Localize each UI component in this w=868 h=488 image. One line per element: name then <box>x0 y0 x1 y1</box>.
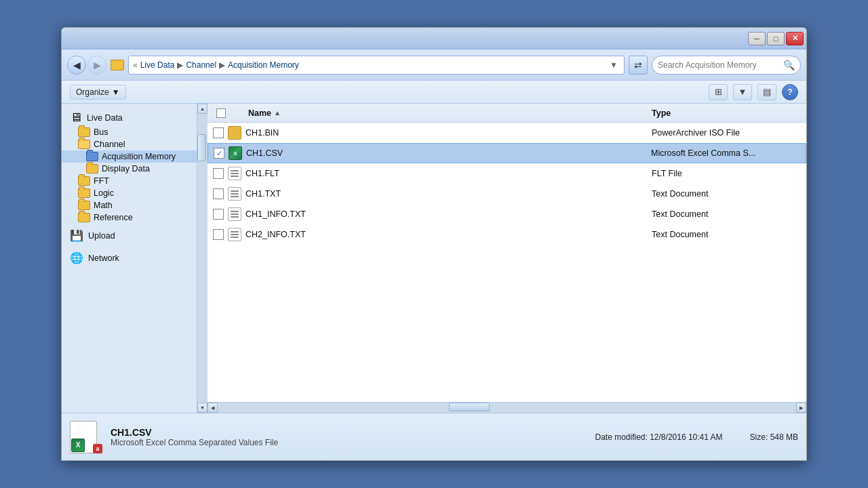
csv-file-icon: X <box>229 146 242 160</box>
view-details-button[interactable]: ⊞ <box>709 84 728 100</box>
flt-file-icon <box>228 167 241 180</box>
sidebar: 🖥 Live Data Bus Channel Acquisition Memo… <box>62 104 197 413</box>
back-button[interactable]: ◀ <box>67 56 86 75</box>
address-folder-icon <box>111 60 124 70</box>
hscroll-thumb[interactable] <box>449 403 490 411</box>
sidebar-item-label: Acquisition Memory <box>102 152 176 161</box>
folder-icon <box>78 201 90 210</box>
status-excel-badge: X <box>71 439 85 452</box>
table-row[interactable]: CH2_INFO.TXT Text Document <box>208 224 806 245</box>
file-checkbox[interactable] <box>213 127 224 138</box>
forward-button[interactable]: ▶ <box>87 56 106 75</box>
sidebar-item-fft[interactable]: FFT <box>62 175 197 187</box>
table-row[interactable]: ✓ X CH1.CSV Microsoft Excel Comma S... <box>208 143 806 163</box>
header-checkbox-box[interactable] <box>216 108 226 118</box>
file-type: PowerArchiver ISO File <box>652 128 801 138</box>
table-row[interactable]: CH1.BIN PowerArchiver ISO File <box>208 123 806 143</box>
column-name-label: Name <box>248 108 271 118</box>
file-checkbox-checked[interactable]: ✓ <box>214 148 224 159</box>
column-type-label: Type <box>652 108 671 118</box>
file-name: CH1.CSV <box>246 148 647 158</box>
maximize-button[interactable]: □ <box>767 32 785 45</box>
file-type: Text Document <box>652 189 801 199</box>
file-checkbox[interactable] <box>213 229 224 240</box>
sidebar-item-network[interactable]: 🌐 Network <box>62 250 197 266</box>
folder-icon <box>78 213 90 222</box>
file-checkbox[interactable] <box>213 188 224 199</box>
path-item-0[interactable]: Live Data <box>140 60 175 70</box>
file-checkbox[interactable] <box>213 209 224 220</box>
file-type: Microsoft Excel Comma S... <box>651 148 800 158</box>
table-row[interactable]: CH1.FLT FLT File <box>208 163 806 184</box>
sidebar-item-reference[interactable]: Reference <box>62 211 197 224</box>
status-bar: X a CH1.CSV Microsoft Excel Comma Separa… <box>62 413 806 460</box>
search-input[interactable] <box>658 60 781 70</box>
hscroll-left[interactable]: ◀ <box>208 403 218 413</box>
view-details-icon: ⊞ <box>715 87 722 97</box>
file-checkbox[interactable] <box>213 168 224 179</box>
folder-icon <box>78 188 90 198</box>
sidebar-scroll-down[interactable]: ▼ <box>197 403 208 413</box>
table-row[interactable]: CH1.TXT Text Document <box>208 184 806 204</box>
folder-icon <box>86 164 98 174</box>
folder-icon <box>78 176 90 186</box>
sidebar-scrollbar: ▲ ▼ <box>197 104 208 413</box>
window: ─ □ ✕ ◀ ▶ « Live Data ▶ Channel ▶ Acquis… <box>61 27 807 461</box>
column-type-header[interactable]: Type <box>652 108 801 118</box>
txt-file-icon <box>228 187 241 201</box>
help-button[interactable]: ? <box>782 84 798 100</box>
column-name-header[interactable]: Name ▲ <box>248 108 652 118</box>
folder-icon <box>78 127 90 137</box>
status-letter-badge: a <box>93 444 102 453</box>
address-path[interactable]: « Live Data ▶ Channel ▶ Acquisition Memo… <box>128 56 625 75</box>
file-type: Text Document <box>652 230 801 239</box>
title-bar: ─ □ ✕ <box>62 28 806 49</box>
sidebar-item-logic[interactable]: Logic <box>62 187 197 199</box>
sidebar-item-bus[interactable]: Bus <box>62 126 197 138</box>
hscroll-right[interactable]: ▶ <box>796 403 806 413</box>
sidebar-scroll-up[interactable]: ▲ <box>197 104 208 114</box>
status-filetype: Microsoft Excel Comma Separated Values F… <box>111 438 587 447</box>
refresh-button[interactable]: ⇄ <box>629 56 648 75</box>
sort-icon: ▲ <box>274 109 281 117</box>
size-value: 548 MB <box>770 432 798 442</box>
file-list: CH1.BIN PowerArchiver ISO File ✓ X CH1.C… <box>208 123 806 402</box>
size-label: Size: <box>750 432 768 442</box>
path-item-2[interactable]: Acquisition Memory <box>228 60 299 70</box>
file-name: CH1.BIN <box>245 128 648 138</box>
toolbar: Organize ▼ ⊞ ▼ ▤ ? <box>62 81 806 104</box>
status-file-info: CH1.CSV Microsoft Excel Comma Separated … <box>111 427 587 447</box>
organize-button[interactable]: Organize ▼ <box>70 85 126 100</box>
sidebar-item-display-data[interactable]: Display Data <box>62 163 197 175</box>
back-icon: ◀ <box>73 60 81 70</box>
upload-icon: 💾 <box>70 229 83 242</box>
sidebar-item-label: FFT <box>94 176 109 186</box>
preview-pane-button[interactable]: ▤ <box>757 84 776 100</box>
view-dropdown-button[interactable]: ▼ <box>733 84 752 100</box>
csv-icon-label: X <box>233 150 237 157</box>
sidebar-item-acquisition-memory[interactable]: Acquisition Memory <box>62 150 197 163</box>
sidebar-item-label: Math <box>94 201 113 210</box>
table-row[interactable]: CH1_INFO.TXT Text Document <box>208 204 806 224</box>
sidebar-item-live-data[interactable]: 🖥 Live Data <box>62 109 197 126</box>
sidebar-item-upload[interactable]: 💾 Upload <box>62 228 197 243</box>
sidebar-item-math[interactable]: Math <box>62 199 197 211</box>
header-checkbox[interactable] <box>213 108 229 118</box>
txt-file-icon <box>228 228 241 241</box>
sidebar-item-label: Live Data <box>87 113 123 123</box>
path-item-1[interactable]: Channel <box>186 60 216 70</box>
sidebar-item-channel[interactable]: Channel <box>62 138 197 150</box>
network-icon: 🌐 <box>70 251 83 264</box>
sidebar-item-label: Bus <box>94 127 108 137</box>
content-area: Name ▲ Type CH1.BIN PowerArchiver ISO Fi… <box>208 104 806 413</box>
file-type: FLT File <box>652 169 801 178</box>
minimize-button[interactable]: ─ <box>748 32 766 45</box>
status-meta: Date modified: 12/8/2016 10:41 AM Size: … <box>595 432 798 442</box>
date-modified-value: 12/8/2016 10:41 AM <box>650 432 722 442</box>
search-icon[interactable]: 🔍 <box>783 60 795 70</box>
path-dropdown[interactable]: ▼ <box>608 56 620 74</box>
column-headers: Name ▲ Type <box>208 104 806 123</box>
close-button[interactable]: ✕ <box>786 32 804 45</box>
sidebar-item-label: Logic <box>94 188 114 198</box>
sidebar-scroll-thumb[interactable] <box>197 134 206 161</box>
